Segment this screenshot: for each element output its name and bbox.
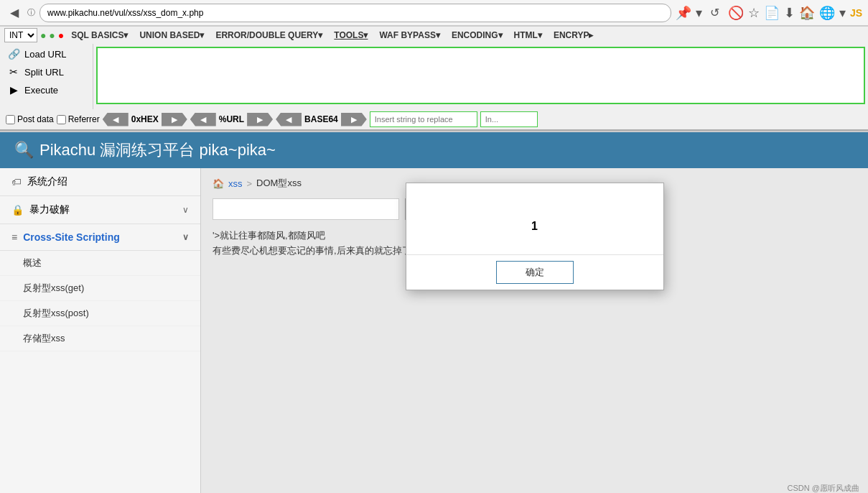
base64-label: BASE64 <box>304 114 338 124</box>
post-data-check[interactable] <box>6 115 15 124</box>
sidebar-sub-stored[interactable]: 存储型xss <box>0 326 200 351</box>
toolbar: INT ● ● ● SQL BASICS▾ UNION BASED▾ ERROR… <box>0 27 868 132</box>
site-header-icon: 🔍 <box>14 141 34 160</box>
site-title: Pikachu 漏洞练习平台 pika~pika~ <box>39 139 276 161</box>
sidebar-sub-reflect-post[interactable]: 反射型xss(post) <box>0 301 200 326</box>
replace-with-input[interactable] <box>480 111 538 127</box>
stop-icon: 🚫 <box>728 5 744 21</box>
page-wrapper: 🔍 Pikachu 漏洞练习平台 pika~pika~ 🏷 系统介绍 🔒 暴力破… <box>0 132 868 493</box>
download-icon[interactable]: ⬇ <box>784 5 795 21</box>
browser-chrome: ◀ ⓘ 📌 ▾ ↺ 🚫 ☆ 📄 ⬇ 🏠 🌐 ▾ JS <box>0 0 868 27</box>
sidebar: 🏷 系统介绍 🔒 暴力破解 ∨ ≡ Cross-Site Scripting ∨… <box>0 168 201 493</box>
load-url-label: Load URL <box>24 49 67 60</box>
split-url-item[interactable]: ✂ Split URL <box>3 63 90 80</box>
reflect-post-label: 反射型xss(post) <box>23 308 89 318</box>
scissors-icon: ✂ <box>7 65 20 78</box>
menu-encoding[interactable]: ENCODING▾ <box>447 29 507 42</box>
lock-icon: 🔒 <box>11 204 24 216</box>
left-menu: 🔗 Load URL ✂ Split URL ▶ Execute <box>0 44 93 109</box>
stored-label: 存储型xss <box>23 333 65 344</box>
url-right-arrow[interactable]: ▶ <box>247 113 273 126</box>
tag-icon: 🏷 <box>11 176 22 188</box>
dialog-box: 1 确定 <box>406 183 664 290</box>
hex-left-arrow[interactable]: ◀ <box>103 113 129 126</box>
hex-label: 0xHEX <box>131 114 159 124</box>
url-textarea[interactable] <box>96 47 865 104</box>
dialog-value: 1 <box>531 220 538 233</box>
reader-icon[interactable]: 📄 <box>764 5 780 21</box>
base64-right-arrow[interactable]: ▶ <box>341 113 367 126</box>
menu-encrypt[interactable]: ENCRYP▸ <box>549 29 598 42</box>
address-icons: 📌 ▾ ↺ 🚫 <box>676 4 744 22</box>
menu-sql-basics[interactable]: SQL BASICS▾ <box>67 29 132 42</box>
home-icon[interactable]: 🏠 <box>799 5 815 21</box>
xss-label: Cross-Site Scripting <box>23 231 120 243</box>
sys-intro-label: 系统介绍 <box>27 175 67 188</box>
list-icon: ≡ <box>11 231 17 243</box>
site-header: 🔍 Pikachu 漏洞练习平台 pika~pika~ <box>0 132 868 168</box>
menu-error-double[interactable]: ERROR/DOUBLE QUERY▾ <box>211 29 327 42</box>
info-icon: ⓘ <box>27 7 35 18</box>
play-icon: ▶ <box>7 83 20 96</box>
url-input-area <box>93 44 868 109</box>
back-button[interactable]: ◀ <box>6 4 23 22</box>
pin-icon: 📌 <box>676 5 691 21</box>
red-dot: ● <box>58 29 64 41</box>
refresh-button[interactable]: ↺ <box>706 4 724 22</box>
dialog-ok-button[interactable]: 确定 <box>496 261 574 284</box>
split-url-label: Split URL <box>24 67 64 78</box>
referrer-check[interactable] <box>57 115 66 124</box>
sidebar-sub-overview[interactable]: 概述 <box>0 251 200 276</box>
menu-tools[interactable]: TOOLS▾ <box>330 29 372 42</box>
sidebar-item-xss[interactable]: ≡ Cross-Site Scripting ∨ <box>0 224 200 251</box>
load-url-item[interactable]: 🔗 Load URL <box>3 45 90 63</box>
menu-union-based[interactable]: UNION BASED▾ <box>135 29 208 42</box>
star-icon[interactable]: ☆ <box>748 5 760 21</box>
toolbar-bottom: Post data Referrer ◀ 0xHEX ▶ ◀ %URL ▶ ◀ … <box>0 109 868 131</box>
link-icon: 🔗 <box>7 47 20 60</box>
overview-label: 概述 <box>23 257 42 268</box>
hex-right-arrow[interactable]: ▶ <box>162 113 187 126</box>
csdn-watermark: CSDN @愿听风成曲 <box>788 483 859 493</box>
chevron-down-icon-2: ∨ <box>182 232 189 242</box>
referrer-checkbox[interactable]: Referrer <box>57 114 100 124</box>
url-label: %URL <box>219 114 244 124</box>
replace-input[interactable] <box>370 111 477 127</box>
execute-item[interactable]: ▶ Execute <box>3 81 90 98</box>
execute-label: Execute <box>24 85 58 96</box>
status-dots: ● ● <box>40 29 55 41</box>
content-area: 🏷 系统介绍 🔒 暴力破解 ∨ ≡ Cross-Site Scripting ∨… <box>0 168 868 493</box>
reflect-get-label: 反射型xss(get) <box>23 282 84 293</box>
sidebar-sub-reflect-get[interactable]: 反射型xss(get) <box>0 276 200 301</box>
base64-left-arrow[interactable]: ◀ <box>276 113 302 126</box>
url-left-arrow[interactable]: ◀ <box>190 113 216 126</box>
globe-icon: 🌐 <box>819 5 835 21</box>
menu-html[interactable]: HTML▾ <box>510 29 546 42</box>
brute-force-label: 暴力破解 <box>29 203 70 216</box>
dialog-overlay: 1 确定 <box>201 168 868 493</box>
dropdown-icon[interactable]: ▾ <box>696 5 702 21</box>
more-icon[interactable]: ▾ <box>839 5 846 21</box>
sidebar-item-brute-force[interactable]: 🔒 暴力破解 ∨ <box>0 196 200 224</box>
menu-waf-bypass[interactable]: WAF BYPASS▾ <box>375 29 444 42</box>
js-label: JS <box>850 7 862 19</box>
address-bar: ◀ ⓘ 📌 ▾ ↺ 🚫 ☆ 📄 ⬇ 🏠 🌐 ▾ JS <box>0 0 868 26</box>
chevron-down-icon: ∨ <box>182 205 189 215</box>
post-data-checkbox[interactable]: Post data <box>6 114 54 124</box>
int-select[interactable]: INT <box>4 28 37 42</box>
dialog-content: 1 <box>406 183 663 255</box>
address-input[interactable] <box>39 4 671 22</box>
dialog-footer: 确定 <box>406 255 663 290</box>
main-content: 🏠 xss > DOM型xss 请说出你的伤心往... '>就让往事都随风,都随… <box>201 168 868 493</box>
sidebar-item-sys-intro[interactable]: 🏷 系统介绍 <box>0 168 200 196</box>
